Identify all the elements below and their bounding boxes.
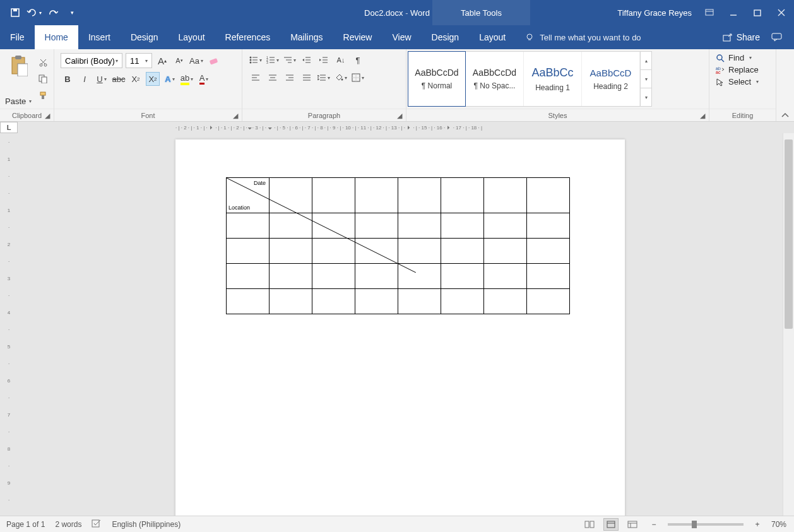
view-print-layout[interactable] [603,518,619,531]
increase-indent-button[interactable] [317,53,331,67]
zoom-out-button[interactable]: − [646,518,661,531]
table-cell[interactable] [527,239,570,264]
font-dialog-launcher[interactable]: ◢ [232,112,239,119]
style-normal[interactable]: AaBbCcDd¶ Normal [408,51,466,107]
vertical-scrollbar[interactable] [783,133,794,516]
table-cell[interactable] [441,289,484,314]
font-name-combo[interactable]: Calibri (Body)▾ [61,53,122,68]
table-cell[interactable] [355,178,398,213]
align-right-button[interactable] [283,71,297,85]
status-words[interactable]: 2 words [55,520,81,529]
tab-file[interactable]: File [0,25,35,49]
bullets-button[interactable]: ▾ [249,53,263,67]
styles-scroll-down[interactable]: ▾ [641,70,651,88]
tab-review[interactable]: Review [333,25,382,49]
table-cell[interactable] [441,239,484,264]
maximize-button[interactable] [751,6,764,19]
tab-references[interactable]: References [215,25,281,49]
close-button[interactable] [775,6,788,19]
comments-button[interactable] [771,33,783,42]
table-cell[interactable] [484,264,527,289]
view-read-mode[interactable] [582,518,597,531]
grow-font-button[interactable]: A▴ [155,54,169,68]
status-page[interactable]: Page 1 of 1 [6,520,45,529]
vertical-ruler[interactable]: ·1··1·2·3·4·5·6·7·8·9·10·11·12·13·14·15·… [0,133,18,516]
table-cell[interactable] [527,213,570,239]
table-cell[interactable] [484,213,527,239]
find-button[interactable]: Find▾ [716,53,752,62]
table-cell[interactable] [527,289,570,314]
underline-button[interactable]: U▾ [95,72,109,86]
table-cell[interactable] [484,289,527,314]
copy-button[interactable] [37,73,49,85]
change-case-button[interactable]: Aa▾ [189,54,203,68]
borders-button[interactable]: ▾ [351,71,365,85]
table-cell[interactable] [484,239,527,264]
replace-button[interactable]: abacReplace [716,65,759,74]
style-heading-2[interactable]: AaBbCcDHeading 2 [582,52,640,106]
table-cell[interactable] [227,289,270,314]
tab-table-layout[interactable]: Layout [469,25,516,49]
zoom-level[interactable]: 70% [771,520,786,529]
collapse-ribbon-button[interactable] [776,49,794,121]
table-cell[interactable] [527,264,570,289]
shrink-font-button[interactable]: A▾ [172,54,186,68]
clear-formatting-button[interactable] [206,54,220,68]
tab-insert[interactable]: Insert [78,25,121,49]
status-proofing-icon[interactable] [92,519,102,529]
ribbon-display-icon[interactable] [703,6,716,19]
justify-button[interactable] [300,71,314,85]
document-table[interactable]: Date Location [226,177,570,314]
styles-dialog-launcher[interactable]: ◢ [699,112,706,119]
save-button[interactable] [8,5,23,20]
align-center-button[interactable] [266,71,280,85]
multilevel-list-button[interactable]: ▾ [283,53,297,67]
table-cell[interactable] [312,178,355,213]
tell-me-search[interactable]: Tell me what you want to do [516,25,711,49]
horizontal-ruler[interactable]: · | · 2 · | · 1 · | · 🞂 · | · 1 · | · 2 … [18,122,783,133]
table-cell[interactable] [441,264,484,289]
qat-customize[interactable]: ▾ [64,5,80,20]
tab-table-design[interactable]: Design [422,25,470,49]
table-cell[interactable] [355,289,398,314]
zoom-slider-handle[interactable] [692,521,697,528]
zoom-slider[interactable] [668,523,744,526]
decrease-indent-button[interactable] [300,53,314,67]
align-left-button[interactable] [249,71,263,85]
style-no-spacing[interactable]: AaBbCcDd¶ No Spac... [466,52,524,106]
page[interactable]: Date Location [175,139,625,516]
table-cell[interactable] [270,289,312,314]
tab-view[interactable]: View [382,25,421,49]
superscript-button[interactable]: X2 [146,72,160,86]
table-cell[interactable] [527,178,570,213]
table-diagonal-header-cell[interactable]: Date Location [227,178,270,213]
redo-button[interactable] [45,5,61,20]
numbering-button[interactable]: 123▾ [266,53,280,67]
zoom-in-button[interactable]: + [750,518,765,531]
table-cell[interactable] [270,178,312,213]
tab-design[interactable]: Design [121,25,169,49]
strikethrough-button[interactable]: abc [112,72,126,86]
subscript-button[interactable]: X2 [129,72,143,86]
view-web-layout[interactable] [625,518,640,531]
scrollbar-thumb[interactable] [785,139,793,329]
cut-button[interactable] [37,56,49,69]
font-size-combo[interactable]: 11▾ [126,53,152,68]
undo-button[interactable]: ▾ [27,5,42,20]
style-heading-1[interactable]: AaBbCcHeading 1 [524,52,582,106]
minimize-button[interactable] [727,6,740,19]
font-color-button[interactable]: A▾ [197,72,211,86]
tab-layout[interactable]: Layout [169,25,215,49]
clipboard-dialog-launcher[interactable]: ◢ [44,112,51,119]
status-language[interactable]: English (Philippines) [112,520,181,529]
sort-button[interactable]: A↓ [334,53,348,67]
show-marks-button[interactable]: ¶ [351,53,365,67]
tab-mailings[interactable]: Mailings [280,25,333,49]
shading-button[interactable]: ▾ [334,71,348,85]
table-cell[interactable] [441,178,484,213]
tab-home[interactable]: Home [35,25,78,49]
table-cell[interactable] [441,213,484,239]
paragraph-dialog-launcher[interactable]: ◢ [396,112,403,119]
line-spacing-button[interactable]: ▾ [317,71,331,85]
table-cell[interactable] [312,289,355,314]
